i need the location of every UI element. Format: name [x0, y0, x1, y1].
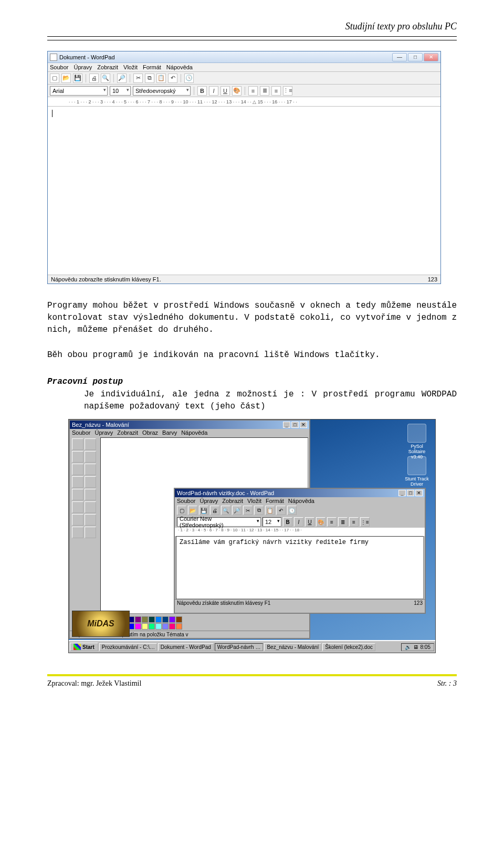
underline-icon[interactable]: U	[220, 86, 230, 96]
tool-zoom-icon[interactable]	[85, 464, 96, 475]
preview-icon[interactable]: 🔍	[101, 74, 110, 83]
charset-combo[interactable]: Středoevropský	[133, 86, 191, 96]
save-icon[interactable]: 💾	[73, 74, 82, 83]
open-icon[interactable]: 📂	[61, 74, 71, 83]
copy-icon[interactable]: ⧉	[145, 74, 154, 83]
menu-item[interactable]: Formát	[266, 498, 284, 504]
maximize-button[interactable]: □	[407, 490, 414, 496]
tool-pencil-icon[interactable]	[72, 476, 83, 488]
print-icon[interactable]: 🖨	[210, 506, 219, 515]
palette-color[interactable]	[169, 616, 175, 623]
align-right-icon[interactable]: ≡	[271, 86, 281, 96]
palette-color[interactable]	[162, 623, 169, 630]
menu-item[interactable]: Soubor	[72, 429, 90, 436]
tool-line-icon[interactable]	[72, 501, 83, 513]
align-left-icon[interactable]: ≡	[327, 517, 337, 527]
print-icon[interactable]: 🖨	[89, 74, 99, 83]
system-tray[interactable]: 🔊 🖥 8:05	[401, 643, 434, 651]
underline-icon[interactable]: U	[305, 517, 314, 527]
tool-eraser-icon[interactable]	[72, 451, 83, 463]
undo-icon[interactable]: ↶	[168, 74, 177, 83]
cut-icon[interactable]: ✂	[133, 74, 143, 83]
palette-color[interactable]	[149, 616, 155, 623]
desktop-icon-stunt[interactable]: Stunt Track Driver	[403, 456, 431, 487]
tool-roundrect-icon[interactable]	[85, 527, 96, 538]
menu-item[interactable]: Soubor	[177, 498, 195, 504]
menu-item[interactable]: Zobrazit	[117, 429, 138, 436]
color-icon[interactable]: 🎨	[316, 517, 326, 527]
palette-color[interactable]	[155, 616, 162, 623]
find-icon[interactable]: 🔎	[232, 506, 242, 515]
tool-polygon-icon[interactable]	[85, 514, 96, 526]
menu-item[interactable]: Úpravy	[200, 498, 218, 504]
editor-area[interactable]: Zasíláme vám grafický návrh vizitky ředi…	[176, 536, 424, 599]
close-button[interactable]: ✕	[424, 53, 438, 61]
fontsize-combo[interactable]: 12	[262, 517, 281, 527]
color-icon[interactable]: 🎨	[232, 86, 242, 96]
palette-color[interactable]	[176, 616, 182, 623]
tool-freeform-select-icon[interactable]	[72, 438, 83, 450]
fontsize-combo[interactable]: 10	[110, 86, 131, 96]
minimize-button[interactable]: —	[392, 53, 407, 61]
font-combo[interactable]: Courier New (Středoevropský)	[177, 517, 261, 527]
find-icon[interactable]: 🔎	[117, 74, 127, 83]
menu-item[interactable]: Úpravy	[94, 429, 113, 436]
cut-icon[interactable]: ✂	[243, 506, 253, 515]
taskbar-item[interactable]: Bez_názvu - Malování	[264, 643, 321, 651]
bullets-icon[interactable]: ⋮≡	[283, 86, 292, 96]
tool-rect-icon[interactable]	[72, 514, 83, 526]
menu-item[interactable]: Obraz	[142, 429, 158, 436]
save-icon[interactable]: 💾	[199, 506, 208, 515]
tool-curve-icon[interactable]	[85, 501, 96, 513]
tray-icon[interactable]: 🔊	[405, 644, 411, 650]
menu-soubor[interactable]: Soubor	[50, 64, 68, 70]
tool-select-icon[interactable]	[85, 438, 96, 450]
datetime-icon[interactable]: 🕓	[184, 74, 194, 83]
menu-format[interactable]: Formát	[143, 64, 161, 70]
wordpad98-titlebar[interactable]: WordPad-návrh vizitky.doc - WordPad _ □ …	[175, 489, 425, 497]
tool-brush-icon[interactable]	[85, 476, 96, 488]
desktop-icon-pysol[interactable]: PySol Solitaire v3.40	[403, 424, 431, 459]
palette-color[interactable]	[135, 623, 141, 630]
palette-color[interactable]	[155, 623, 162, 630]
menu-item[interactable]: Nápověda	[288, 498, 314, 504]
bold-icon[interactable]: B	[197, 86, 207, 96]
menu-item[interactable]: Barvy	[162, 429, 177, 436]
font-combo[interactable]: Arial	[50, 86, 108, 96]
palette-color[interactable]	[142, 623, 148, 630]
undo-icon[interactable]: ↶	[276, 506, 286, 515]
close-button[interactable]: ✕	[300, 422, 307, 428]
tool-picker-icon[interactable]	[72, 464, 83, 475]
align-right-icon[interactable]: ≡	[349, 517, 359, 527]
minimize-button[interactable]: _	[283, 422, 290, 428]
menu-item[interactable]: Zobrazit	[222, 498, 243, 504]
palette-color[interactable]	[149, 623, 155, 630]
menu-zobrazit[interactable]: Zobrazit	[97, 64, 118, 70]
maximize-button[interactable]: □	[408, 53, 423, 61]
taskbar-item[interactable]: Prozkoumávání - C:\…	[99, 643, 157, 651]
tool-spray-icon[interactable]	[72, 489, 83, 500]
menu-item[interactable]: Vložit	[247, 498, 261, 504]
taskbar-item-active[interactable]: WordPad-návrh …	[215, 643, 264, 651]
paste-icon[interactable]: 📋	[156, 74, 166, 83]
editor-area[interactable]	[48, 107, 440, 275]
tool-text-icon[interactable]	[85, 489, 96, 500]
palette-color[interactable]	[162, 616, 169, 623]
bold-icon[interactable]: B	[283, 517, 292, 527]
menu-item[interactable]: Nápověda	[181, 429, 207, 436]
italic-icon[interactable]: I	[209, 86, 218, 96]
paint-titlebar[interactable]: Bez_názvu - Malování _ □ ✕	[70, 421, 309, 429]
menu-upravy[interactable]: Úpravy	[74, 64, 92, 70]
datetime-icon[interactable]: 🕓	[287, 506, 297, 515]
italic-icon[interactable]: I	[294, 517, 303, 527]
taskbar-item[interactable]: Dokument - WordPad	[158, 643, 214, 651]
palette-color[interactable]	[176, 623, 182, 630]
close-button[interactable]: ✕	[415, 490, 423, 496]
menu-vlozit[interactable]: Vložit	[123, 64, 138, 70]
preview-icon[interactable]: 🔍	[221, 506, 230, 515]
taskbar-item[interactable]: Školení (lekce2).doc	[322, 643, 375, 651]
menu-napoveda[interactable]: Nápověda	[166, 64, 193, 70]
titlebar[interactable]: Dokument - WordPad — □ ✕	[48, 51, 440, 63]
align-left-icon[interactable]: ≡	[248, 86, 258, 96]
tool-ellipse-icon[interactable]	[72, 527, 83, 538]
